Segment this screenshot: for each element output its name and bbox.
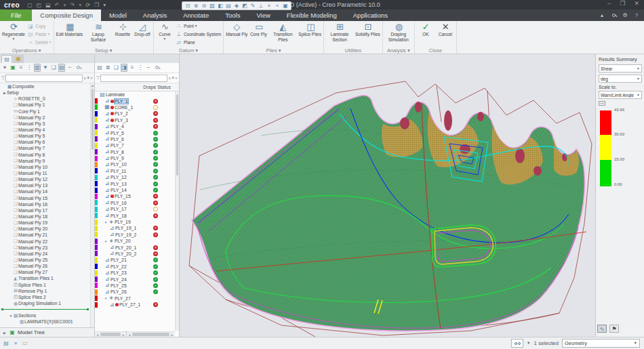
laminate-row-ply_20_1[interactable]: ⊿PLY_20_1✕ xyxy=(95,244,176,250)
redo-caret-icon[interactable]: ▾ xyxy=(77,2,83,8)
tree-item-composite[interactable]: ▦Composite xyxy=(0,83,90,89)
laminate-row-ply_19_2[interactable]: ⊿PLY_19_2✕ xyxy=(95,232,176,238)
close-window-icon[interactable]: ✕ xyxy=(632,0,641,7)
details-icon[interactable]: ⋮ xyxy=(137,64,144,71)
drape-sheet-icon[interactable]: ◨ xyxy=(121,64,127,72)
tree-refresh-icon[interactable]: ▣ xyxy=(9,64,16,71)
result-type-select[interactable]: Shear▼ xyxy=(599,64,642,73)
refit-icon[interactable]: ⊡ xyxy=(184,3,191,9)
solidify-plies-button[interactable]: ⊡Solidify Plies xyxy=(355,22,380,37)
laminate-row-ply_18[interactable]: ⊿PLY_18✕ xyxy=(95,212,176,218)
add-filter-icon[interactable]: + xyxy=(175,76,178,81)
minimize-panel-icon[interactable]: − xyxy=(145,64,152,71)
edit-materials-button[interactable]: ▦Edit Materials xyxy=(56,22,83,37)
scale-mode-select[interactable]: Warn/Limit Angle▼ xyxy=(599,91,642,99)
splice-plies-button[interactable]: ◫Splice Plies xyxy=(298,22,321,37)
folders-icon[interactable]: ❏ xyxy=(50,64,57,71)
spin-center-icon[interactable]: ⌖ xyxy=(266,3,273,9)
laminate-section-button[interactable]: ⊞Laminate Section xyxy=(326,22,353,42)
legend-collapse-button[interactable]: — xyxy=(599,101,605,106)
laminate-row-ply_7[interactable]: ⊿PLY_7✓ xyxy=(95,142,176,148)
core-ply-button[interactable]: ▭Core Ply xyxy=(249,22,267,37)
laminate-row-ply_5[interactable]: ⊿PLY_5✓ xyxy=(95,129,176,136)
laminate-row-ply_23[interactable]: ⊿PLY_23✓ xyxy=(95,270,176,276)
find-caret-icon[interactable]: ▼ xyxy=(527,342,530,345)
laminate-row-ply_27_1[interactable]: ⊿!PLY_27_1✕ xyxy=(95,302,176,308)
laminate-row-ply_6[interactable]: ⊿PLY_6✓ xyxy=(95,136,176,142)
laminate-row-ply_26[interactable]: ⊿PLY_26✓ xyxy=(95,289,176,295)
display-style-icon[interactable]: ◧ xyxy=(217,3,224,9)
tab-applications[interactable]: Applications xyxy=(345,9,396,21)
search-panel-icon[interactable] xyxy=(153,64,160,71)
regenerate-quick-icon[interactable]: ⟳ xyxy=(83,2,92,8)
graph-icon[interactable]: ∿ xyxy=(597,325,607,333)
help-icon[interactable]: ? xyxy=(633,12,640,19)
tab-annotate[interactable]: Annotate xyxy=(175,9,217,21)
plane-button[interactable]: ▱Plane xyxy=(176,39,221,46)
composite-model-3d-view[interactable] xyxy=(180,54,595,337)
delete-button[interactable]: ×Delete▾ xyxy=(27,39,52,46)
laminate-row-ply_1[interactable]: ⊿!PLY_1✕ xyxy=(95,98,176,104)
flag-icon[interactable]: ⚑ xyxy=(609,325,619,333)
laminate-row-ply_3[interactable]: ⊿!PLY_3✕ xyxy=(95,117,176,123)
customize-qat-icon[interactable]: ▾ xyxy=(101,2,108,8)
model-tree-tab-icon[interactable]: ▤ xyxy=(1,55,12,63)
laminate-row-ply_17[interactable]: ⊿PLY_17 xyxy=(95,206,176,212)
redo-icon[interactable]: ↷ xyxy=(68,2,77,8)
plies-stack-icon[interactable]: ≣ xyxy=(104,64,111,71)
laminate-row-core_1[interactable]: ▦!CORE_1 xyxy=(95,104,176,110)
drape-status-column-header[interactable]: Drape Status xyxy=(95,83,179,91)
clear-filter-icon[interactable]: × xyxy=(83,76,86,81)
search-panel-icon[interactable] xyxy=(75,64,81,71)
laminate-row-ply_9[interactable]: ⊿PLY_9✓ xyxy=(95,155,176,161)
laminate-row-ply_25[interactable]: ⊿PLY_25✓ xyxy=(95,283,176,289)
tab-composite-design[interactable]: Composite Design xyxy=(32,9,101,21)
ok-button[interactable]: ✓OK xyxy=(417,22,435,37)
laminate-row-ply_20_2[interactable]: ⊿PLY_20_2✕ xyxy=(95,251,176,257)
laminate-row-ply_2[interactable]: ⊿!PLY_2✕ xyxy=(95,110,176,117)
tree-item-draping-simulation-1[interactable]: ◍Draping Simulation 1 xyxy=(0,300,90,306)
tree-item-sections[interactable]: ▼▤Sections xyxy=(0,312,90,319)
open-file-icon[interactable]: ◰ xyxy=(35,2,44,8)
tree-caret-icon[interactable]: ▾ xyxy=(1,64,8,71)
undo-caret-icon[interactable]: ▾ xyxy=(62,2,68,8)
cancel-button[interactable]: ✕Cancel xyxy=(437,22,454,37)
graphics-area[interactable] xyxy=(180,54,595,337)
regenerate-button[interactable]: ⟳Regenerate▾ xyxy=(2,22,25,41)
laminate-scrollbar[interactable] xyxy=(175,91,179,331)
tab-view[interactable]: View xyxy=(248,9,278,21)
collapse-ribbon-icon[interactable]: ▴ xyxy=(599,12,605,19)
coordinate-system-button[interactable]: ⊥Coordinate System xyxy=(176,30,221,38)
laminate-row-ply_21[interactable]: ⊿PLY_21✓ xyxy=(95,257,176,263)
units-select[interactable]: deg▼ xyxy=(599,75,642,83)
message-log-icon[interactable]: ▤ xyxy=(3,340,9,347)
laminate-view-icon[interactable]: ▤ xyxy=(96,64,103,71)
point-button[interactable]: ∴Point▾ xyxy=(176,22,221,30)
zoom-out-icon[interactable]: ⊖ xyxy=(201,3,207,9)
manual-ply-button[interactable]: ◇Manual Ply xyxy=(226,22,247,37)
options-gear-icon[interactable]: ⚙ xyxy=(622,12,628,19)
laminate-row-laminate[interactable]: ▤Laminate xyxy=(95,91,176,98)
filter-caret-icon[interactable]: ▾ xyxy=(87,75,89,81)
list-icon[interactable]: ≡ xyxy=(129,64,136,71)
simulate-display-icon[interactable]: ≈ xyxy=(274,3,281,9)
folder-browser-tab-icon[interactable]: ▣ xyxy=(13,55,24,63)
add-filter-icon[interactable]: + xyxy=(90,76,93,81)
columns-icon[interactable]: ▥ xyxy=(34,64,41,72)
tab-model[interactable]: Model xyxy=(101,9,135,21)
laminate-row-ply_13[interactable]: ⊿PLY_13✓ xyxy=(95,180,176,186)
zoom-in-icon[interactable]: ⊕ xyxy=(193,3,199,9)
tab-tools[interactable]: Tools xyxy=(217,9,248,21)
tree-item-laminate(x)sec0001[interactable]: ▥LAMINATE(X)SEC0001 xyxy=(0,319,90,325)
details-icon[interactable]: ⋮ xyxy=(26,64,33,71)
repaint-icon[interactable]: ▧ xyxy=(209,3,216,9)
undo-icon[interactable]: ↶ xyxy=(53,2,62,8)
model-tree-filter-input[interactable] xyxy=(5,75,83,82)
laminate-row-ply_19[interactable]: ▾∗PLY_19 xyxy=(95,219,176,225)
footer-expand-icon[interactable]: ▶ xyxy=(3,331,7,335)
restore-window-icon[interactable]: ❐ xyxy=(618,0,627,7)
capture-icon[interactable]: ▣ xyxy=(282,3,289,9)
datum-display-icon[interactable]: ⊥ xyxy=(258,3,264,9)
laminate-row-ply_11[interactable]: ⊿PLY_11✓ xyxy=(95,168,176,174)
laminate-row-ply_12[interactable]: ⊿PLY_12✓ xyxy=(95,174,176,180)
